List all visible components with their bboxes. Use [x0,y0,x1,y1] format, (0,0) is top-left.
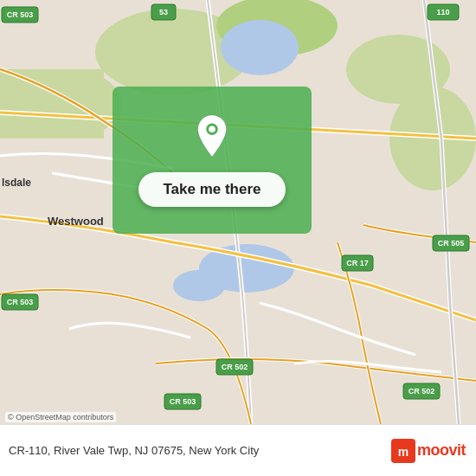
svg-text:CR 503: CR 503 [7,10,34,19]
svg-text:lsdale: lsdale [2,177,31,189]
bottom-bar: CR-110, River Vale Twp, NJ 07675, New Yo… [0,424,476,476]
svg-text:CR 502: CR 502 [408,387,435,396]
location-pin-icon [193,113,231,158]
moovit-logo: m moovit [391,439,466,463]
moovit-logo-icon: m [391,439,415,463]
svg-text:CR 503: CR 503 [7,298,34,306]
svg-text:CR 17: CR 17 [346,259,369,267]
svg-rect-3 [0,69,104,138]
map-attribution: © OpenStreetMap contributors [5,412,116,422]
address-text: CR-110, River Vale Twp, NJ 07675, New Yo… [9,444,391,457]
svg-text:110: 110 [436,8,449,16]
svg-text:CR 503: CR 503 [170,397,196,406]
svg-point-7 [221,20,299,75]
svg-point-9 [173,270,225,301]
moovit-logo-text: moovit [417,441,466,460]
svg-text:53: 53 [159,8,168,16]
svg-text:CR 502: CR 502 [222,363,248,371]
take-me-there-button[interactable]: Take me there [138,172,285,207]
svg-text:m: m [398,445,408,459]
map-container: CR 503 CR 503 CR 503 53 110 CR 505 CR 17… [0,0,476,424]
svg-text:Westwood: Westwood [48,215,104,228]
button-overlay: Take me there [113,87,312,234]
svg-text:CR 505: CR 505 [438,239,465,248]
svg-point-33 [209,125,215,132]
